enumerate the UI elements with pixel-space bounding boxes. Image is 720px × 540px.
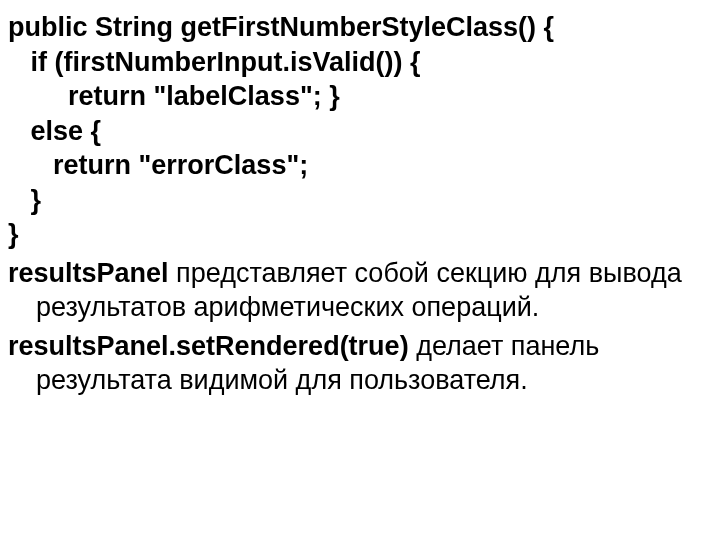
code-line-7: }	[8, 217, 712, 252]
code-line-6: }	[8, 183, 712, 218]
paragraph-2-lead: resultsPanel.setRendered(true)	[8, 331, 409, 361]
document-page: public String getFirstNumberStyleClass()…	[0, 0, 720, 540]
code-line-3: return "labelClass"; }	[8, 79, 712, 114]
code-line-4: else {	[8, 114, 712, 149]
paragraph-1-lead: resultsPanel	[8, 258, 169, 288]
code-line-1: public String getFirstNumberStyleClass()…	[8, 10, 712, 45]
paragraph-set-rendered: resultsPanel.setRendered(true) делает па…	[8, 329, 712, 398]
code-line-5: return "errorClass";	[8, 148, 712, 183]
paragraph-results-panel: resultsPanel представляет собой секцию д…	[8, 256, 712, 325]
code-line-2: if (firstNumberInput.isValid()) {	[8, 45, 712, 80]
